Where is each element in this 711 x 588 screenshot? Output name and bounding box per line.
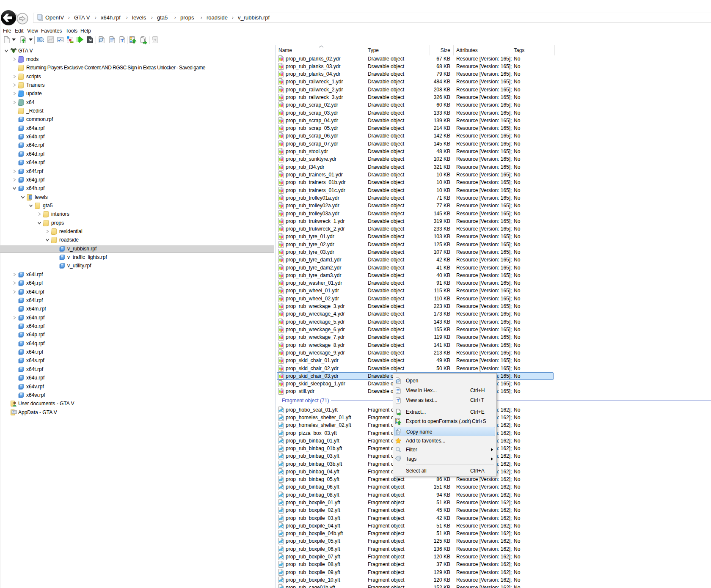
svg-text:T: T — [121, 38, 124, 43]
svg-text:T: T — [397, 398, 400, 403]
